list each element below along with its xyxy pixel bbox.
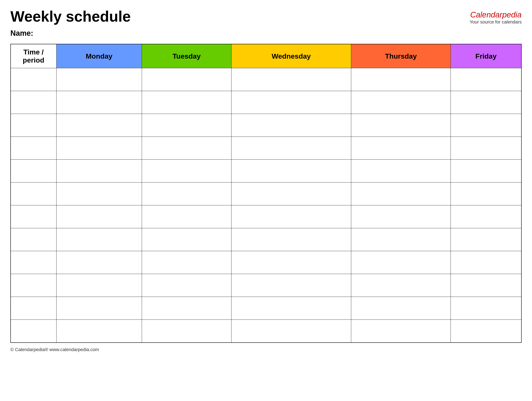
cell-row4-col-friday[interactable] [451,160,521,183]
cell-row8-col-wednesday[interactable] [231,251,351,274]
cell-row2-col-wednesday[interactable] [231,114,351,137]
cell-row2-col-tuesday[interactable] [142,114,232,137]
cell-row0-col-monday[interactable] [56,68,142,91]
cell-row11-col-monday[interactable] [56,320,142,343]
brand-name: Calendarpedia [470,10,522,19]
page-title: Weekly schedule [10,8,131,25]
page-header: Weekly schedule Calendarpedia Your sourc… [10,8,522,25]
cell-row8-col-friday[interactable] [451,251,521,274]
cell-row0-col-wednesday[interactable] [231,68,351,91]
cell-row6-col-monday[interactable] [56,205,142,228]
table-row [11,160,521,183]
cell-row2-col-friday[interactable] [451,114,521,137]
cell-row10-col-tuesday[interactable] [142,297,232,320]
table-row [11,297,521,320]
table-row [11,228,521,251]
cell-row9-col-time[interactable] [11,274,56,297]
cell-row7-col-friday[interactable] [451,228,521,251]
cell-row6-col-friday[interactable] [451,205,521,228]
cell-row10-col-wednesday[interactable] [231,297,351,320]
cell-row10-col-monday[interactable] [56,297,142,320]
cell-row5-col-monday[interactable] [56,183,142,205]
table-row [11,251,521,274]
cell-row3-col-tuesday[interactable] [142,137,232,160]
cell-row1-col-wednesday[interactable] [231,91,351,114]
footer: © Calendarpedia® www.calendarpedia.com [10,347,522,352]
brand-name-italic: pedia [502,10,522,19]
cell-row10-col-friday[interactable] [451,297,521,320]
col-header-tuesday: Tuesday [142,44,232,68]
cell-row3-col-time[interactable] [11,137,56,160]
cell-row9-col-wednesday[interactable] [231,274,351,297]
cell-row0-col-thursday[interactable] [351,68,451,91]
cell-row4-col-wednesday[interactable] [231,160,351,183]
table-row [11,68,521,91]
cell-row10-col-thursday[interactable] [351,297,451,320]
col-header-monday: Monday [56,44,142,68]
cell-row6-col-tuesday[interactable] [142,205,232,228]
cell-row1-col-tuesday[interactable] [142,91,232,114]
cell-row2-col-time[interactable] [11,114,56,137]
cell-row5-col-thursday[interactable] [351,183,451,205]
cell-row0-col-tuesday[interactable] [142,68,232,91]
cell-row5-col-time[interactable] [11,183,56,205]
cell-row4-col-thursday[interactable] [351,160,451,183]
cell-row7-col-wednesday[interactable] [231,228,351,251]
cell-row11-col-wednesday[interactable] [231,320,351,343]
col-header-thursday: Thursday [351,44,451,68]
cell-row9-col-friday[interactable] [451,274,521,297]
cell-row11-col-tuesday[interactable] [142,320,232,343]
cell-row3-col-monday[interactable] [56,137,142,160]
cell-row3-col-wednesday[interactable] [231,137,351,160]
footer-text: © Calendarpedia® www.calendarpedia.com [10,347,99,352]
cell-row4-col-monday[interactable] [56,160,142,183]
cell-row1-col-monday[interactable] [56,91,142,114]
table-header-row: Time / period Monday Tuesday Wednesday T… [11,44,521,68]
cell-row4-col-time[interactable] [11,160,56,183]
cell-row0-col-friday[interactable] [451,68,521,91]
cell-row11-col-thursday[interactable] [351,320,451,343]
cell-row2-col-monday[interactable] [56,114,142,137]
table-row [11,274,521,297]
cell-row1-col-time[interactable] [11,91,56,114]
cell-row8-col-thursday[interactable] [351,251,451,274]
cell-row6-col-time[interactable] [11,205,56,228]
brand-name-plain: Calendar [470,10,502,19]
cell-row5-col-tuesday[interactable] [142,183,232,205]
cell-row7-col-tuesday[interactable] [142,228,232,251]
cell-row11-col-time[interactable] [11,320,56,343]
cell-row3-col-thursday[interactable] [351,137,451,160]
cell-row7-col-monday[interactable] [56,228,142,251]
table-row [11,91,521,114]
col-header-wednesday: Wednesday [231,44,351,68]
table-row [11,137,521,160]
cell-row6-col-thursday[interactable] [351,205,451,228]
table-row [11,114,521,137]
cell-row5-col-wednesday[interactable] [231,183,351,205]
cell-row3-col-friday[interactable] [451,137,521,160]
name-label: Name: [10,29,522,38]
cell-row1-col-thursday[interactable] [351,91,451,114]
cell-row9-col-thursday[interactable] [351,274,451,297]
cell-row5-col-friday[interactable] [451,183,521,205]
cell-row9-col-tuesday[interactable] [142,274,232,297]
cell-row7-col-thursday[interactable] [351,228,451,251]
cell-row11-col-friday[interactable] [451,320,521,343]
table-row [11,183,521,205]
col-header-friday: Friday [451,44,521,68]
cell-row8-col-time[interactable] [11,251,56,274]
table-row [11,205,521,228]
cell-row0-col-time[interactable] [11,68,56,91]
cell-row8-col-monday[interactable] [56,251,142,274]
schedule-table: Time / period Monday Tuesday Wednesday T… [10,44,522,343]
cell-row9-col-monday[interactable] [56,274,142,297]
table-row [11,320,521,343]
cell-row7-col-time[interactable] [11,228,56,251]
cell-row8-col-tuesday[interactable] [142,251,232,274]
cell-row1-col-friday[interactable] [451,91,521,114]
cell-row2-col-thursday[interactable] [351,114,451,137]
cell-row4-col-tuesday[interactable] [142,160,232,183]
cell-row10-col-time[interactable] [11,297,56,320]
cell-row6-col-wednesday[interactable] [231,205,351,228]
brand-tagline: Your source for calendars [470,19,522,25]
